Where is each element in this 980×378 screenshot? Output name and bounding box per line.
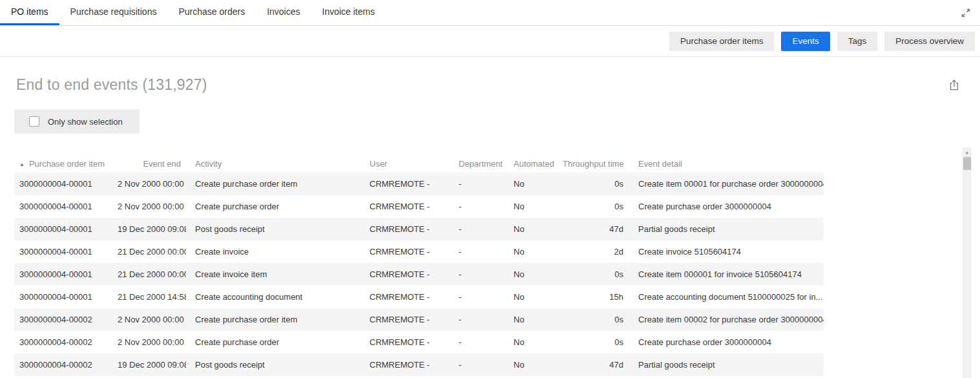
cell-throughput-time: 0s — [563, 308, 629, 331]
cell-user: CRMREMOTE - — [360, 331, 450, 353]
cell-user: CRMREMOTE - — [360, 240, 450, 263]
cell-automated: No — [505, 240, 563, 263]
cell-department: - — [450, 331, 505, 353]
export-icon — [948, 78, 961, 92]
cell-event-detail: Partial goods receipt — [629, 218, 824, 240]
cell-event-detail: Create item 00001 for purchase order 300… — [629, 173, 824, 195]
cell-department: - — [450, 173, 505, 195]
title-row: End to end events (131,927) — [16, 76, 961, 94]
column-header-activity[interactable]: Activity — [186, 154, 360, 173]
scrollbar-thumb[interactable] — [963, 157, 971, 170]
cell-user: CRMREMOTE - — [360, 195, 450, 218]
cell-event-end: 2 Nov 2000 00:00 — [118, 308, 186, 331]
cell-purchase-order-item: 3000000004-00001 — [14, 218, 118, 240]
cell-event-detail: Create accounting document 5100000025 fo… — [629, 286, 824, 308]
export-button[interactable] — [948, 78, 961, 92]
cell-department: - — [450, 286, 505, 308]
tab-label: Purchase orders — [178, 6, 245, 17]
cell-throughput-time: 0s — [563, 173, 629, 195]
cell-department: - — [450, 218, 505, 240]
column-header-user[interactable]: User — [360, 154, 450, 173]
cell-department: - — [450, 263, 505, 286]
cell-activity: Create purchase order item — [186, 173, 360, 195]
tabbar-spacer — [386, 0, 955, 25]
table-row[interactable]: 3000000004-00002 2 Nov 2000 00:00 Create… — [14, 308, 824, 331]
scroll-up-arrow-icon[interactable]: ▲ — [963, 147, 972, 156]
cell-department: - — [450, 308, 505, 331]
column-header-event-end[interactable]: Event end — [118, 154, 186, 173]
tab-purchase-requisitions[interactable]: Purchase requisitions — [59, 0, 168, 25]
tab-po-items[interactable]: PO items — [0, 0, 59, 25]
view-button-purchase-order-items[interactable]: Purchase order items — [669, 32, 774, 51]
cell-event-end: 21 Dec 2000 14:58 — [118, 286, 186, 308]
tab-bar: PO items Purchase requisitions Purchase … — [0, 0, 980, 26]
tab-invoices[interactable]: Invoices — [256, 0, 311, 25]
cell-department: - — [450, 240, 505, 263]
cell-user: CRMREMOTE - — [360, 308, 450, 331]
tab-purchase-orders[interactable]: Purchase orders — [167, 0, 256, 25]
cell-event-end: 21 Dec 2000 00:00 — [118, 240, 186, 263]
cell-activity: Create purchase order item — [186, 308, 360, 331]
cell-activity: Create purchase order — [186, 331, 360, 353]
view-button-events[interactable]: Events — [781, 32, 829, 51]
cell-event-detail: Create purchase order 3000000004 — [629, 195, 824, 218]
tab-label: Invoice items — [322, 6, 375, 17]
view-button-process-overview[interactable]: Process overview — [884, 32, 975, 51]
expand-button[interactable] — [955, 0, 980, 25]
column-header-purchase-order-item[interactable]: ▲Purchase order item — [14, 154, 118, 173]
cell-event-detail: Create item 000001 for invoice 510560417… — [629, 263, 824, 286]
cell-throughput-time: 2d — [563, 240, 629, 263]
cell-event-end: 2 Nov 2000 00:00 — [118, 173, 186, 195]
cell-event-end: 2 Nov 2000 00:00 — [118, 195, 186, 218]
table-body: 3000000004-00001 2 Nov 2000 00:00 Create… — [14, 173, 824, 376]
table-row[interactable]: 3000000004-00001 21 Dec 2000 00:00 Creat… — [14, 240, 824, 263]
table-row[interactable]: 3000000004-00001 2 Nov 2000 00:00 Create… — [14, 195, 824, 218]
cell-department: - — [450, 195, 505, 218]
table-row[interactable]: 3000000004-00001 21 Dec 2000 14:58 Creat… — [14, 286, 824, 308]
cell-throughput-time: 47d — [563, 218, 629, 240]
only-show-selection-chip[interactable]: Only show selection — [14, 109, 140, 134]
table-row[interactable]: 3000000004-00001 21 Dec 2000 00:00 Creat… — [14, 263, 824, 286]
table-row[interactable]: 3000000004-00001 19 Dec 2000 09:08 Post … — [14, 218, 824, 240]
column-header-department[interactable]: Department — [450, 154, 505, 173]
cell-purchase-order-item: 3000000004-00001 — [14, 195, 118, 218]
column-header-automated[interactable]: Automated — [505, 154, 563, 173]
cell-purchase-order-item: 3000000004-00002 — [14, 353, 118, 376]
cell-event-end: 19 Dec 2000 09:08 — [118, 353, 186, 376]
cell-automated: No — [505, 195, 563, 218]
cell-event-end: 2 Nov 2000 00:00 — [118, 331, 186, 353]
cell-purchase-order-item: 3000000004-00002 — [14, 308, 118, 331]
tab-label: Purchase requisitions — [70, 6, 157, 17]
table-row[interactable]: 3000000004-00002 2 Nov 2000 00:00 Create… — [14, 331, 824, 353]
vertical-scrollbar[interactable]: ▲ — [963, 147, 972, 378]
cell-activity: Create accounting document — [186, 286, 360, 308]
cell-event-detail: Create item 00002 for purchase order 300… — [629, 308, 824, 331]
cell-automated: No — [505, 331, 563, 353]
cell-activity: Create invoice — [186, 240, 360, 263]
cell-purchase-order-item: 3000000004-00002 — [14, 331, 118, 353]
view-button-tags[interactable]: Tags — [837, 32, 878, 51]
cell-activity: Post goods receipt — [186, 218, 360, 240]
tab-label: Invoices — [267, 6, 300, 17]
column-header-label: Purchase order item — [29, 159, 105, 169]
expand-icon — [961, 8, 971, 18]
cell-automated: No — [505, 353, 563, 376]
cell-user: CRMREMOTE - — [360, 263, 450, 286]
sort-ascending-icon: ▲ — [19, 162, 25, 167]
tab-label: PO items — [11, 6, 48, 17]
page-title: End to end events (131,927) — [16, 76, 207, 94]
cell-user: CRMREMOTE - — [360, 353, 450, 376]
table-row[interactable]: 3000000004-00002 19 Dec 2000 09:08 Post … — [14, 353, 824, 376]
tab-invoice-items[interactable]: Invoice items — [311, 0, 386, 25]
table-row[interactable]: 3000000004-00001 2 Nov 2000 00:00 Create… — [14, 173, 824, 195]
cell-throughput-time: 15h — [563, 286, 629, 308]
cell-department: - — [450, 353, 505, 376]
cell-user: CRMREMOTE - — [360, 286, 450, 308]
cell-automated: No — [505, 286, 563, 308]
only-show-selection-checkbox[interactable] — [29, 116, 39, 127]
cell-throughput-time: 47d — [563, 353, 629, 376]
cell-user: CRMREMOTE - — [360, 173, 450, 195]
column-header-throughput-time[interactable]: Throughput time — [563, 154, 629, 173]
column-header-event-detail[interactable]: Event detail — [629, 154, 824, 173]
cell-automated: No — [505, 218, 563, 240]
